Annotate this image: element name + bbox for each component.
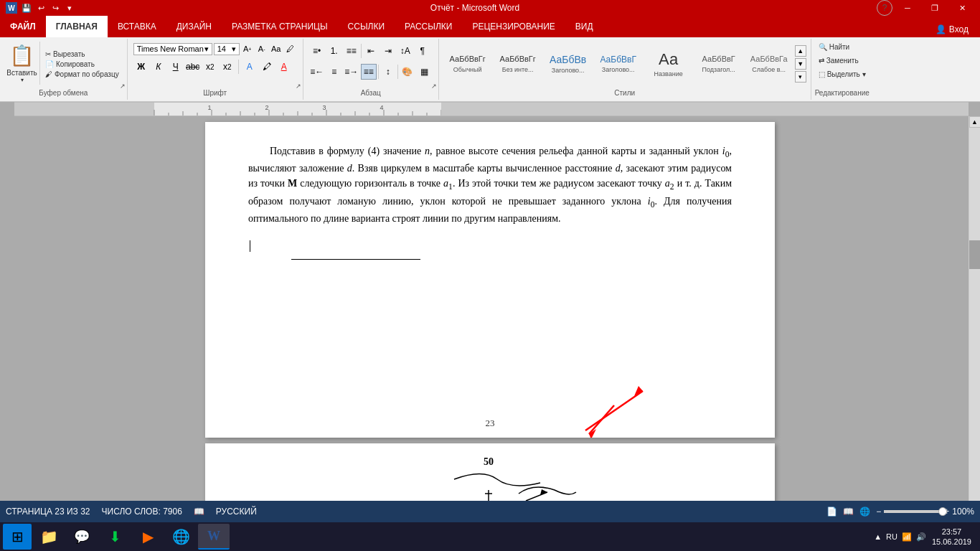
language[interactable]: РУССКИЙ [216,507,257,517]
style-heading1[interactable]: АаБбВв Заголово... [544,42,593,85]
line-spacing-button[interactable]: ↕ [380,64,396,80]
tab-design[interactable]: ДИЗАЙН [166,16,222,37]
select-button[interactable]: ⬚ Выделить ▾ [816,69,869,80]
taskbar-media[interactable]: ▶ [132,524,164,550]
tab-file[interactable]: ФАЙЛ [0,16,46,37]
taskbar-discord[interactable]: 💬 [66,524,98,550]
minimize-button[interactable]: ─ [895,0,920,16]
style-title[interactable]: Аа Название [644,42,693,85]
login-button[interactable]: 👤Вход [930,22,974,37]
save-button[interactable]: 💾 [20,1,33,14]
cut-button[interactable]: ✂ Вырезать [43,50,121,59]
redo-button[interactable]: ↪ [49,1,62,14]
annotation-arrow-2 [589,405,614,438]
underline-button[interactable]: Ч [168,59,184,75]
taskbar-download[interactable]: ⬇ [99,524,131,550]
font-size-selector[interactable]: 14 ▾ [214,43,240,55]
tab-review[interactable]: РЕЦЕНЗИРОВАНИЕ [462,16,565,37]
paste-button[interactable]: 📋 Вставить ▾ [4,42,40,85]
highlight-color-button[interactable]: 🖍 [259,59,275,75]
scroll-up-arrow[interactable]: ▲ [969,116,981,128]
view-web-button[interactable]: 🌐 [859,507,870,517]
styles-scroll-down[interactable]: ▼ [795,58,806,70]
italic-button[interactable]: К [151,59,166,75]
zoom-level[interactable]: 100% [952,507,974,517]
quick-access-more[interactable]: ▾ [63,1,76,14]
help-button[interactable]: ? [877,0,892,16]
style-heading2[interactable]: АаБбВвГ Заголово... [594,42,643,85]
start-button[interactable]: ⊞ [3,524,32,550]
style-title-preview: Аа [659,50,678,69]
undo-button[interactable]: ↩ [34,1,47,14]
taskbar-word[interactable]: W [198,524,230,550]
strikethrough-button[interactable]: abc [185,59,201,75]
word-count[interactable]: ЧИСЛО СЛОВ: 7906 [102,507,182,517]
bullets-button[interactable]: ≡• [309,43,325,59]
bold-button[interactable]: Ж [133,59,149,75]
superscript-button[interactable]: x2 [220,59,235,75]
view-normal-button[interactable]: 📄 [826,507,837,517]
tab-view[interactable]: ВИД [565,16,603,37]
restore-button[interactable]: ❐ [923,0,947,16]
scroll-thumb[interactable] [969,240,980,269]
tab-refs[interactable]: ССЫЛКИ [338,16,395,37]
tab-layout[interactable]: РАЗМЕТКА СТРАНИЦЫ [222,16,338,37]
align-left-button[interactable]: ≡← [309,64,325,80]
change-case-button[interactable]: Aa [270,42,283,55]
chrome-icon: 🌐 [172,528,190,545]
font-name-value: Times New Roman [137,44,204,53]
view-reading-button[interactable]: 📖 [843,507,854,517]
copy-button[interactable]: 📄 Копировать [43,60,121,69]
language-indicator[interactable]: RU [886,532,897,541]
shading-button[interactable]: 🎨 [400,64,415,80]
font-group-expander[interactable]: ↗ [296,83,301,90]
taskbar-explorer[interactable]: 📁 [33,524,65,550]
subscript-button[interactable]: x2 [202,59,218,75]
show-marks-button[interactable]: ¶ [415,43,430,59]
tray-arrow[interactable]: ▲ [874,532,882,541]
font-color-button[interactable]: A [276,59,292,75]
paragraph-group-expander[interactable]: ↗ [431,83,437,90]
page-info[interactable]: СТРАНИЦА 23 ИЗ 32 [6,507,90,517]
format-painter-button[interactable]: 🖌 Формат по образцу [43,70,121,79]
font-size-decrease-button[interactable]: A- [255,42,268,55]
find-button[interactable]: 🔍 Найти [816,42,853,52]
zoom-minus-button[interactable]: − [876,507,881,517]
font-size-increase-button[interactable]: A+ [241,42,254,55]
text-effects-button[interactable]: A [242,59,258,75]
decrease-indent-button[interactable]: ⇤ [363,43,379,59]
align-right-button[interactable]: ≡→ [344,64,359,80]
style-subtitle[interactable]: АаБбВвГ Подзагол... [694,42,743,85]
style-normal[interactable]: АаБбВвГг Обычный [443,42,492,85]
para-row-2: ≡← ≡ ≡→ ≡≡ ↕ 🎨 ▦ [308,62,434,81]
replace-button[interactable]: ⇄ Заменить [816,55,862,66]
sort-button[interactable]: ↕A [397,43,413,59]
close-button[interactable]: ✕ [950,0,974,16]
taskbar-chrome[interactable]: 🌐 [165,524,197,550]
numbering-button[interactable]: 1. [326,43,342,59]
clipboard-small-buttons: ✂ Вырезать 📄 Копировать 🖌 Формат по обра… [42,42,123,86]
clipboard-group-expander[interactable]: ↗ [120,83,126,90]
proofing-icon[interactable]: 📖 [194,507,204,517]
style-subtle-emphasis[interactable]: АаБбВвГа Слабое в... [745,42,793,85]
style-no-spacing[interactable]: АаБбВвГг Без инте... [494,42,542,85]
increase-indent-button[interactable]: ⇥ [380,43,396,59]
clear-format-button[interactable]: 🖊 [284,42,297,55]
styles-more[interactable]: ▾ [795,71,806,83]
tab-home[interactable]: ГЛАВНАЯ [46,16,108,37]
justify-button[interactable]: ≡≡ [361,64,377,80]
tab-mailings[interactable]: РАССЫЛКИ [395,16,462,37]
paste-dropdown-icon: ▾ [21,77,24,83]
font-name-selector[interactable]: Times New Roman ▾ [133,43,212,55]
scroll-track[interactable] [969,128,980,504]
borders-button[interactable]: ▦ [417,64,433,80]
styles-scroll-up[interactable]: ▲ [795,45,806,57]
copy-icon: 📄 [45,60,54,68]
align-center-button[interactable]: ≡ [326,64,342,80]
zoom-slider[interactable] [884,510,941,513]
multilevel-list-button[interactable]: ≡≡ [344,43,359,59]
page-1-content[interactable]: Подставив в формулу (4) значение n, равн… [205,122,775,288]
tab-insert[interactable]: ВСТАВКА [108,16,166,37]
taskbar-time-area[interactable]: 23:57 15.06.2019 [932,527,971,547]
vertical-scrollbar[interactable]: ▲ ▼ [969,116,980,515]
